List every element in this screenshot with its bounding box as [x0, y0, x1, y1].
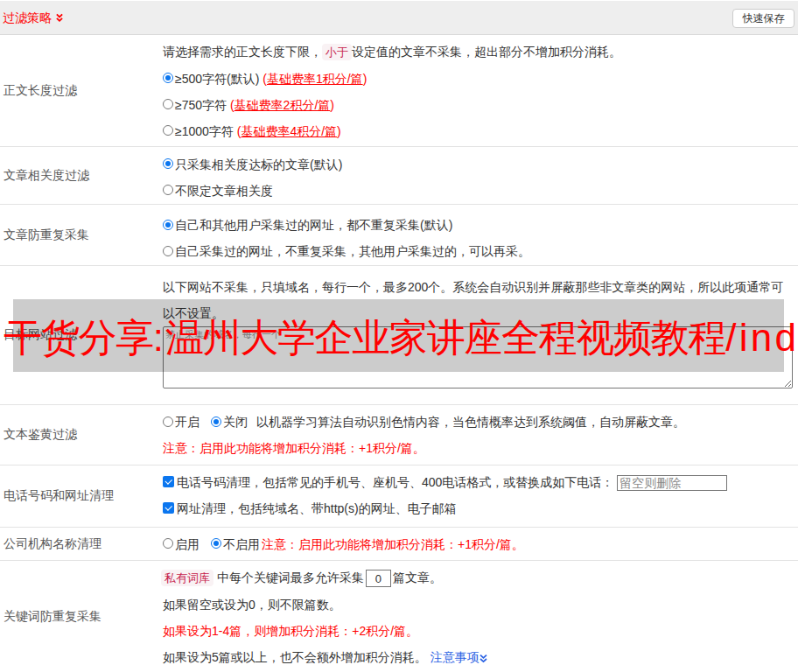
ad-text-tail: /ind: [725, 316, 798, 359]
radio-option-label: 启用: [175, 537, 200, 551]
keyword-count-line: 私有词库 中每个关键词最多允许采集篇文章。: [163, 564, 798, 592]
row-company-name-clean: 公司机构名称清理 启用不启用注意：启用此功能将增加积分消耗：+1积分/篇。: [0, 528, 798, 561]
chevron-double-down-icon: [56, 2, 63, 35]
row-content: 只采集相关度达标的文章(默认) 不限定文章相关度: [163, 147, 798, 204]
keyword-line1-text: 篇文章。: [393, 570, 442, 584]
checkbox-label: 电话号码清理，包括常见的手机号、座机号、400电话格式，或替换成如下电话：: [177, 475, 613, 489]
row-content: 请选择需求的正文长度下限，小于设定值的文章不采集，超出部分不增加积分消耗。 ≥5…: [163, 35, 798, 146]
radio-icon[interactable]: [163, 99, 173, 109]
notes-link[interactable]: 注意事项: [430, 650, 480, 664]
checkbox-url-clean[interactable]: [163, 502, 174, 514]
ad-overlay-link[interactable]: 干货分享:温州大学企业家讲座全程视频教程/ind: [4, 318, 798, 357]
radio-option-label: 不限定文章相关度: [175, 184, 273, 198]
radio-option-label: 开启: [175, 415, 200, 429]
keyword-dedup-line3: 如果设为1-4篇，则增加积分消耗：+2积分/篇。: [163, 618, 798, 644]
row-label: 公司机构名称清理: [0, 528, 163, 560]
radio-icon[interactable]: [163, 538, 173, 549]
radio-icon[interactable]: [211, 416, 221, 427]
desc-line1: 以下网站不采集，只填域名，每行一个，最多200个。系统会自动识别并屏蔽那些非文章…: [163, 280, 783, 294]
radio-icon[interactable]: [163, 73, 173, 83]
radio-option-relevance-any[interactable]: 不限定文章相关度: [163, 178, 798, 204]
radio-option-porn-off[interactable]: 关闭: [211, 415, 248, 429]
url-clean-line: 网址清理，包括纯域名、带http(s)的网址、电子邮箱: [163, 495, 798, 522]
radio-option-label: 自己采集过的网址，不重复采集，其他用户采集过的，可以再采。: [175, 244, 530, 258]
checkbox-phone-clean[interactable]: [163, 476, 174, 487]
row-relevance-filter: 文章相关度过滤 只采集相关度达标的文章(默认) 不限定文章相关度: [0, 147, 798, 205]
private-thesaurus-tag: 私有词库: [161, 570, 214, 586]
row-keyword-dedup: 关键词防重复采集 私有词库 中每个关键词最多允许采集篇文章。 如果留空或设为0，…: [0, 561, 798, 672]
chevron-double-down-icon: [480, 650, 487, 664]
row-content: 启用不启用注意：启用此功能将增加积分消耗：+1积分/篇。: [163, 528, 798, 560]
phone-clean-line: 电话号码清理，包括常见的手机号、座机号、400电话格式，或替换成如下电话：: [163, 469, 798, 495]
radio-option-500[interactable]: ≥500字符(默认) (基础费率1积分/篇): [163, 66, 798, 92]
radio-option-label: 不启用: [223, 537, 260, 551]
row-phone-url-clean: 电话号码和网址清理 电话号码清理，包括常见的手机号、座机号、400电话格式，或替…: [0, 466, 798, 528]
radio-icon[interactable]: [163, 246, 173, 256]
radio-option-label: 自己和其他用户采集过的网址，都不重复采集(默认): [175, 218, 452, 232]
quick-save-button[interactable]: 快速保存: [732, 9, 794, 28]
radio-option-label: ≥500字符(默认): [175, 72, 262, 86]
fee-text: (基础费率1积分/篇): [262, 72, 367, 86]
less-than-tag: 小于: [322, 44, 352, 60]
radio-option-company-off[interactable]: 不启用: [211, 537, 260, 551]
radio-option-relevance-default[interactable]: 只采集相关度达标的文章(默认): [163, 151, 798, 178]
keyword-dedup-line4: 如果设为5篇或以上，也不会额外增加积分消耗。: [163, 650, 427, 664]
fee-text: (基础费率4积分/篇): [237, 124, 341, 138]
row-content-length-filter: 正文长度过滤 请选择需求的正文长度下限，小于设定值的文章不采集，超出部分不增加积…: [0, 35, 798, 147]
row-label: 文章防重复采集: [0, 205, 163, 265]
row-label: 关键词防重复采集: [0, 561, 163, 672]
fee-link[interactable]: 基础费率2积分/篇: [234, 98, 331, 112]
desc-text: 请选择需求的正文长度下限，: [163, 45, 322, 59]
keyword-notes-line: 如果设为5篇或以上，也不会额外增加积分消耗。 注意事项: [163, 644, 798, 670]
porn-filter-note: 注意：启用此功能将增加积分消耗：+1积分/篇。: [163, 435, 798, 461]
desc-text: 设定值的文章不采集，超出部分不增加积分消耗。: [352, 45, 621, 59]
keyword-line1-text: 中每个关键词最多允许采集: [217, 570, 364, 584]
porn-filter-desc: 以机器学习算法自动识别色情内容，当色情概率达到系统阈值，自动屏蔽文章。: [256, 415, 685, 429]
radio-icon[interactable]: [163, 416, 173, 427]
radio-option-label: ≥1000字符: [175, 124, 237, 138]
fee-link[interactable]: 基础费率1积分/篇: [267, 72, 363, 86]
page-title[interactable]: 过滤策略: [3, 1, 63, 34]
ad-text-head: 干货分享:: [4, 316, 163, 359]
row-content: 自己和其他用户采集过的网址，都不重复采集(默认) 自己采集过的网址，不重复采集，…: [163, 205, 798, 265]
keyword-dedup-line2: 如果留空或设为0，则不限篇数。: [163, 592, 798, 618]
row-content: 电话号码清理，包括常见的手机号、座机号、400电话格式，或替换成如下电话： 网址…: [163, 466, 798, 527]
fee-text: (基础费率2积分/篇): [230, 98, 334, 112]
content-length-desc: 请选择需求的正文长度下限，小于设定值的文章不采集，超出部分不增加积分消耗。: [163, 38, 798, 66]
radio-icon[interactable]: [163, 158, 173, 169]
row-porn-filter: 文本鉴黄过滤 开启关闭以机器学习算法自动识别色情内容，当色情概率达到系统阈值，自…: [0, 405, 798, 466]
radio-icon[interactable]: [163, 220, 173, 230]
keyword-count-input[interactable]: [366, 570, 391, 587]
radio-option-label: ≥750字符: [175, 98, 230, 112]
radio-icon[interactable]: [163, 185, 173, 195]
row-label: 文本鉴黄过滤: [0, 405, 163, 465]
fee-link[interactable]: 基础费率4积分/篇: [241, 124, 337, 138]
radio-option-dedup-self[interactable]: 自己采集过的网址，不重复采集，其他用户采集过的，可以再采。: [163, 238, 798, 264]
radio-option-1000[interactable]: ≥1000字符 (基础费率4积分/篇): [163, 118, 798, 144]
radio-icon[interactable]: [211, 538, 221, 549]
radio-option-label: 只采集相关度达标的文章(默认): [175, 158, 342, 172]
row-content: 开启关闭以机器学习算法自动识别色情内容，当色情概率达到系统阈值，自动屏蔽文章。 …: [163, 405, 798, 465]
radio-option-company-on[interactable]: 启用: [163, 537, 200, 551]
row-content: 私有词库 中每个关键词最多允许采集篇文章。 如果留空或设为0，则不限篇数。 如果…: [163, 561, 798, 672]
radio-option-porn-on[interactable]: 开启: [163, 415, 200, 429]
ad-text-body: 温州大学企业家讲座全程视频教程: [165, 316, 726, 359]
row-label: 正文长度过滤: [0, 35, 163, 146]
page-title-text: 过滤策略: [3, 10, 52, 24]
topbar: 过滤策略 快速保存: [0, 1, 798, 35]
company-clean-note: 注意：启用此功能将增加积分消耗：+1积分/篇。: [262, 537, 524, 551]
radio-option-dedup-all[interactable]: 自己和其他用户采集过的网址，都不重复采集(默认): [163, 212, 798, 238]
row-label: 电话号码和网址清理: [0, 466, 163, 527]
checkbox-label: 网址清理，包括纯域名、带http(s)的网址、电子邮箱: [177, 501, 457, 515]
company-clean-line: 启用不启用注意：启用此功能将增加积分消耗：+1积分/篇。: [163, 531, 798, 557]
porn-filter-options-line: 开启关闭以机器学习算法自动识别色情内容，当色情概率达到系统阈值，自动屏蔽文章。: [163, 409, 798, 435]
row-dedup-collect: 文章防重复采集 自己和其他用户采集过的网址，都不重复采集(默认) 自己采集过的网…: [0, 205, 798, 266]
radio-icon[interactable]: [163, 125, 173, 136]
row-label: 文章相关度过滤: [0, 147, 163, 204]
radio-option-750[interactable]: ≥750字符 (基础费率2积分/篇): [163, 92, 798, 118]
radio-option-label: 关闭: [223, 415, 248, 429]
replace-phone-input[interactable]: [617, 475, 727, 491]
